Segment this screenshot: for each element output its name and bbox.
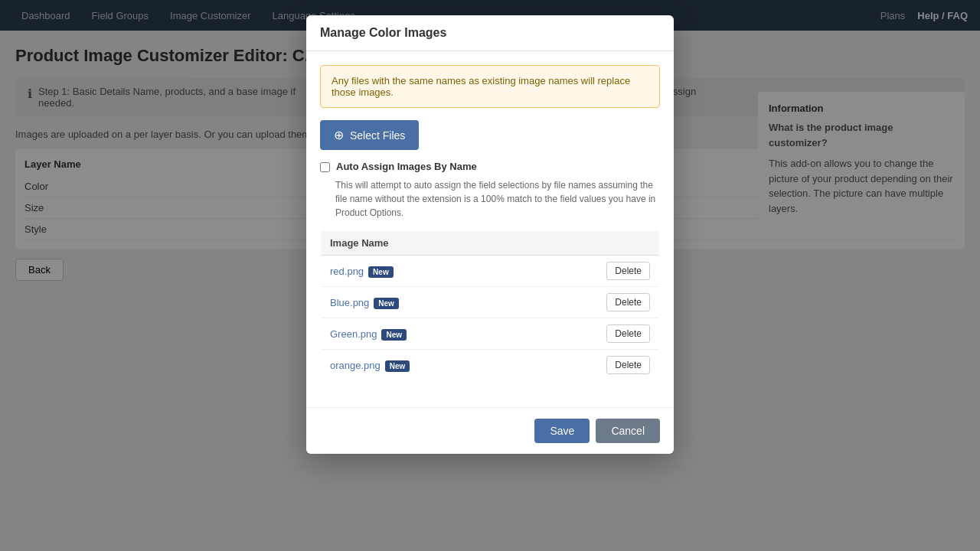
modal-title: Manage Color Images [320,26,446,31]
modal-overlay: Manage Color Images Any files with the s… [0,0,980,31]
modal-header: Manage Color Images [306,15,674,31]
manage-color-images-modal: Manage Color Images Any files with the s… [306,15,674,31]
